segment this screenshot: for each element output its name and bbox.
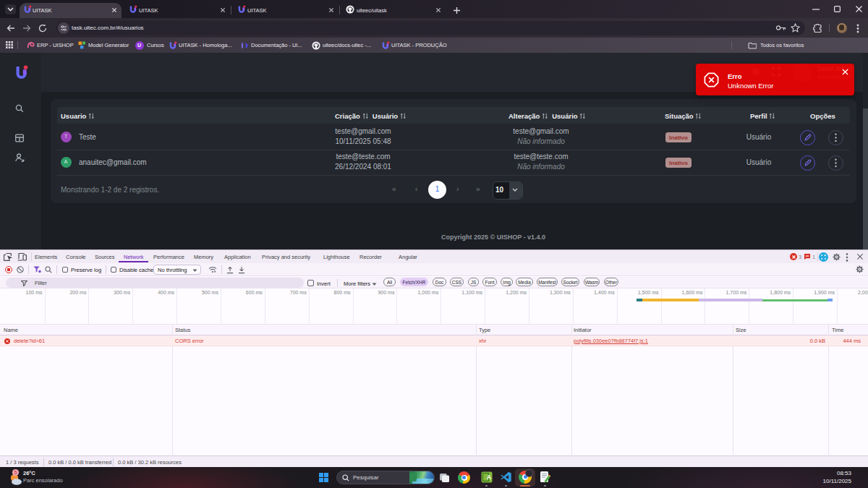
- svg-text:5: 5: [14, 470, 17, 475]
- svg-text:A: A: [487, 474, 491, 481]
